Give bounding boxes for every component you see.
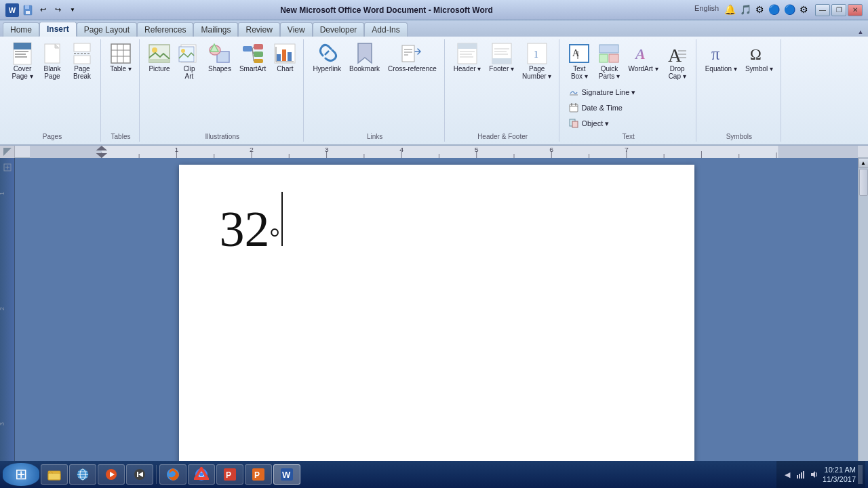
cover-page-button[interactable]: CoverPage ▾ bbox=[8, 41, 37, 82]
footer-icon bbox=[491, 43, 513, 64]
tab-view[interactable]: View bbox=[280, 22, 313, 37]
taskbar-ie-button[interactable] bbox=[69, 464, 96, 485]
wordart-button[interactable]: A WordArt ▾ bbox=[625, 41, 661, 75]
group-pages-items: CoverPage ▾ BlankPage PageBreak bbox=[8, 41, 96, 131]
drop-cap-button[interactable]: A DropCap ▾ bbox=[663, 41, 692, 82]
start-button[interactable]: ⊞ bbox=[3, 463, 39, 486]
clip-art-button[interactable]: ClipArt bbox=[175, 41, 203, 82]
svg-rect-10 bbox=[74, 43, 90, 52]
svg-text:P: P bbox=[226, 470, 231, 480]
text-box-button[interactable]: A TextBox ▾ bbox=[565, 41, 593, 82]
document-content[interactable]: 32° bbox=[220, 192, 654, 258]
tab-page-layout[interactable]: Page Layout bbox=[77, 22, 137, 37]
scroll-track[interactable] bbox=[859, 168, 868, 488]
date-time-button[interactable]: Date & Time bbox=[565, 100, 639, 115]
tab-developer[interactable]: Developer bbox=[313, 22, 365, 37]
svg-text:Ω: Ω bbox=[749, 46, 761, 63]
taskbar-media-button[interactable] bbox=[98, 464, 125, 485]
footer-label: Footer ▾ bbox=[489, 65, 514, 73]
svg-text:A: A bbox=[634, 45, 646, 62]
blank-page-button[interactable]: BlankPage bbox=[38, 41, 66, 82]
group-links-items: Hyperlink Bookmark Cross-reference bbox=[309, 41, 439, 131]
tab-add-ins[interactable]: Add-Ins bbox=[364, 22, 407, 37]
smartart-label: SmartArt bbox=[239, 65, 266, 73]
show-desktop-btn[interactable] bbox=[859, 465, 863, 484]
tab-mailings[interactable]: Mailings bbox=[193, 22, 238, 37]
save-qa-button[interactable] bbox=[22, 4, 34, 16]
taskbar-ppt-red-button[interactable]: P bbox=[216, 464, 243, 485]
qa-dropdown[interactable]: ▼ bbox=[66, 4, 79, 16]
group-header-footer-label: Header & Footer bbox=[477, 133, 528, 140]
svg-rect-35 bbox=[277, 54, 281, 61]
hyperlink-button[interactable]: Hyperlink bbox=[309, 41, 344, 75]
cross-reference-icon bbox=[401, 43, 423, 64]
group-links-label: Links bbox=[367, 133, 382, 140]
header-icon bbox=[456, 43, 478, 64]
shapes-button[interactable]: Shapes bbox=[205, 41, 235, 75]
header-button[interactable]: Header ▾ bbox=[450, 41, 485, 75]
redo-qa-button[interactable]: ↪ bbox=[52, 4, 64, 16]
equation-button[interactable]: π Equation ▾ bbox=[702, 41, 741, 75]
table-icon bbox=[110, 43, 132, 64]
ruler-corner bbox=[0, 146, 15, 158]
symbol-button[interactable]: Ω Symbol ▾ bbox=[742, 41, 776, 75]
svg-rect-29 bbox=[254, 52, 263, 57]
picture-button[interactable]: Picture bbox=[145, 41, 174, 75]
drop-cap-label: DropCap ▾ bbox=[669, 65, 686, 80]
prev-icon bbox=[132, 467, 147, 482]
tray-arrow[interactable]: ◀ bbox=[782, 469, 793, 480]
svg-marker-40 bbox=[358, 43, 372, 63]
svg-rect-4 bbox=[14, 43, 31, 49]
vertical-scrollbar[interactable]: ▲ ▼ ▲ ▼ bbox=[858, 158, 868, 488]
clock-date: 11/3/2017 bbox=[823, 474, 856, 484]
ribbon: Home Insert Page Layout References Maili… bbox=[0, 20, 868, 146]
svg-text:3: 3 bbox=[325, 146, 329, 152]
cross-reference-button[interactable]: Cross-reference bbox=[384, 41, 440, 75]
svg-rect-140 bbox=[797, 475, 798, 479]
minimize-button[interactable]: — bbox=[815, 4, 830, 16]
svg-rect-41 bbox=[402, 45, 414, 62]
taskbar-word-button[interactable]: W bbox=[273, 464, 300, 485]
word-icon: W bbox=[5, 3, 19, 17]
tab-review[interactable]: Review bbox=[238, 22, 279, 37]
close-button[interactable]: ✕ bbox=[848, 4, 863, 16]
svg-rect-36 bbox=[282, 49, 286, 61]
tray-network[interactable] bbox=[795, 469, 806, 480]
clip-art-icon bbox=[178, 43, 200, 64]
table-button[interactable]: Table ▾ bbox=[106, 41, 135, 75]
scroll-thumb[interactable] bbox=[859, 169, 868, 196]
svg-rect-27 bbox=[243, 46, 252, 52]
document-page[interactable]: 32° bbox=[179, 165, 694, 488]
tray-volume[interactable] bbox=[809, 469, 820, 480]
svg-line-31 bbox=[252, 47, 254, 49]
svg-marker-77 bbox=[3, 148, 12, 156]
page-break-button[interactable]: PageBreak bbox=[68, 41, 96, 82]
smartart-button[interactable]: SmartArt bbox=[236, 41, 269, 75]
svg-text:P: P bbox=[254, 470, 260, 480]
taskbar-prev-button[interactable] bbox=[126, 464, 153, 485]
scroll-up-arrow[interactable]: ▲ bbox=[859, 158, 869, 168]
quick-parts-button[interactable]: QuickParts ▾ bbox=[595, 41, 623, 82]
svg-rect-72 bbox=[575, 103, 576, 106]
document-scroll-area[interactable]: 32° bbox=[15, 158, 858, 488]
bookmark-label: Bookmark bbox=[349, 65, 380, 73]
taskbar-firefox-button[interactable] bbox=[159, 464, 186, 485]
system-clock[interactable]: 10:21 AM 11/3/2017 bbox=[823, 465, 856, 485]
object-button[interactable]: Object ▾ bbox=[565, 116, 639, 131]
page-number-button[interactable]: 1 PageNumber ▾ bbox=[519, 41, 555, 82]
svg-rect-141 bbox=[799, 474, 800, 479]
sys-icon1: 🔔 bbox=[724, 4, 736, 16]
signature-line-button[interactable]: Signature Line ▾ bbox=[565, 85, 639, 100]
taskbar-explorer-button[interactable] bbox=[41, 464, 68, 485]
taskbar-ppt-orange-button[interactable]: P bbox=[245, 464, 272, 485]
chart-button[interactable]: Chart bbox=[271, 41, 299, 75]
restore-button[interactable]: ❐ bbox=[831, 4, 846, 16]
tab-insert[interactable]: Insert bbox=[39, 22, 77, 37]
footer-button[interactable]: Footer ▾ bbox=[486, 41, 517, 75]
tab-home[interactable]: Home bbox=[3, 22, 39, 37]
undo-qa-button[interactable]: ↩ bbox=[37, 4, 49, 16]
taskbar-chrome-button[interactable] bbox=[188, 464, 215, 485]
ribbon-expand-icon[interactable]: ▲ bbox=[856, 27, 865, 37]
tab-references[interactable]: References bbox=[137, 22, 193, 37]
bookmark-button[interactable]: Bookmark bbox=[346, 41, 383, 75]
